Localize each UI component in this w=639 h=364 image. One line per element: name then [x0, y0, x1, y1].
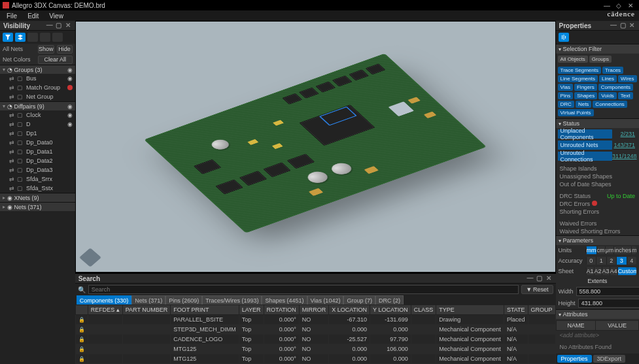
- tree-item[interactable]: ⇄▢Sfda_Srrx: [0, 174, 75, 184]
- segment-option[interactable]: 0: [586, 257, 596, 265]
- hide-button[interactable]: Hide: [57, 45, 73, 54]
- tree-nets-header[interactable]: ▸◉ Nets (371): [0, 202, 75, 211]
- filter-chip[interactable]: Vias: [558, 84, 573, 91]
- tree-item[interactable]: ⇄▢Match Group: [0, 83, 75, 92]
- prop-close-icon[interactable]: ✕: [628, 22, 636, 29]
- panel-min-icon[interactable]: —: [46, 22, 54, 29]
- table-header[interactable]: Y LOCATION: [370, 305, 411, 315]
- table-row[interactable]: 🔒PARALLEL_BSITETop0.000°NO-67.310-131.69…: [75, 315, 555, 325]
- show-button[interactable]: Show: [38, 45, 54, 54]
- height-input[interactable]: [578, 299, 639, 308]
- table-header[interactable]: REFDES ▴: [88, 305, 122, 315]
- search-tab[interactable]: Traces/Wires (1993): [202, 295, 262, 305]
- tree-item[interactable]: ⇄▢Dp_Data1: [0, 147, 75, 156]
- table-header[interactable]: X LOCATION: [329, 305, 370, 315]
- tree-xnets-header[interactable]: ▸◉ XNets (9): [0, 193, 75, 202]
- vis-mode1-icon[interactable]: [27, 33, 38, 42]
- filter-chip[interactable]: Shapes: [574, 92, 597, 99]
- segment-option[interactable]: 3: [616, 257, 626, 265]
- filter-chip[interactable]: DRC: [558, 101, 574, 108]
- attributes-header[interactable]: ▾Attributes: [556, 310, 639, 319]
- table-row[interactable]: 🔒CADENCE_LOGOTop0.000°NO-25.52797.790Mec…: [75, 335, 555, 344]
- filter-chip[interactable]: Lines: [599, 75, 617, 82]
- table-header[interactable]: PART NUMBER: [122, 305, 171, 315]
- search-input[interactable]: [88, 285, 519, 294]
- table-header[interactable]: GROUP: [528, 305, 555, 315]
- panel-dock-icon[interactable]: ▢: [55, 22, 63, 29]
- search-min-icon[interactable]: —: [527, 274, 534, 282]
- table-row[interactable]: 🔒MTG125Top0.000°NO0.000106.000Mechanical…: [75, 344, 555, 354]
- segment-option[interactable]: mils: [631, 246, 636, 254]
- filter-chip[interactable]: Line Segments: [558, 75, 598, 82]
- segment-option[interactable]: A4: [610, 267, 617, 275]
- filter-chip[interactable]: Traces: [602, 67, 623, 74]
- vis-mode3-icon[interactable]: [52, 33, 63, 42]
- segment-option[interactable]: mm: [586, 246, 596, 254]
- tree-item[interactable]: ⇄▢Dp_Data2: [0, 156, 75, 165]
- prop-dock-icon[interactable]: ▢: [619, 22, 627, 29]
- close-button[interactable]: ✕: [625, 2, 636, 9]
- accuracy-segment[interactable]: 01234: [586, 257, 636, 265]
- search-table[interactable]: REFDES ▴PART NUMBERFOOT PRINTLAYERROTATI…: [75, 305, 556, 364]
- view-cube[interactable]: [79, 248, 101, 267]
- filter-chip[interactable]: All Objects: [558, 56, 588, 63]
- segment-option[interactable]: 1: [596, 257, 606, 265]
- filter-chip[interactable]: Virtual Points: [558, 109, 594, 116]
- tree-item[interactable]: ⇄▢Net Group: [0, 92, 75, 101]
- add-attribute[interactable]: <add attribute>: [556, 331, 639, 340]
- vis-layers-icon[interactable]: [15, 33, 26, 42]
- menu-file[interactable]: File: [1, 12, 22, 20]
- table-header[interactable]: CLASS: [411, 305, 436, 315]
- filter-chip[interactable]: Nets: [576, 101, 591, 108]
- search-tab[interactable]: Pins (2609): [165, 295, 202, 305]
- tree-diffpairs-header[interactable]: ▾◔ Diffpairs (9)◉: [0, 101, 75, 110]
- tab-properties[interactable]: Properties: [557, 355, 592, 363]
- tree-item[interactable]: ⇄▢Dp1: [0, 129, 75, 138]
- tree-item[interactable]: ⇄▢D◉: [0, 120, 75, 129]
- filter-chip[interactable]: Text: [618, 92, 633, 99]
- tree-item[interactable]: ⇄▢Bus◉: [0, 74, 75, 83]
- search-tab[interactable]: Shapes (4451): [262, 295, 307, 305]
- table-row[interactable]: 🔒STEP3D_MECH_DIMMTop0.000°NO0.0000.000Me…: [75, 325, 555, 335]
- table-header[interactable]: ROTATION: [264, 305, 299, 315]
- search-tab[interactable]: Nets (371): [131, 295, 165, 305]
- prop-settings-icon[interactable]: [559, 33, 569, 42]
- table-header[interactable]: [75, 305, 88, 315]
- prop-min-icon[interactable]: —: [610, 22, 617, 29]
- segment-option[interactable]: 2: [606, 257, 616, 265]
- table-header[interactable]: MIRROR: [299, 305, 329, 315]
- segment-option[interactable]: A2: [594, 267, 602, 275]
- filter-chip[interactable]: Trace Segments: [558, 67, 601, 74]
- panel-close-icon[interactable]: ✕: [64, 22, 72, 29]
- filter-chip[interactable]: Groups: [589, 56, 612, 63]
- filter-chip[interactable]: Voids: [598, 92, 617, 99]
- table-header[interactable]: STATE: [504, 305, 528, 315]
- segment-option[interactable]: inches: [613, 246, 631, 254]
- clear-all-button[interactable]: Clear All: [38, 56, 73, 64]
- filter-chip[interactable]: Wires: [618, 75, 636, 82]
- units-segment[interactable]: mmcmμminchesmils: [586, 246, 636, 254]
- table-header[interactable]: TYPE: [436, 305, 504, 315]
- reset-button[interactable]: ▼Reset: [521, 285, 553, 294]
- filter-chip[interactable]: Components: [598, 84, 633, 91]
- menu-edit[interactable]: Edit: [22, 12, 44, 20]
- filter-chip[interactable]: Pins: [558, 92, 574, 99]
- minimize-button[interactable]: —: [601, 2, 613, 9]
- parameters-header[interactable]: ▾Parameters: [556, 236, 639, 245]
- table-row[interactable]: 🔒MTG125Top0.000°NO0.0000.000Mechanical C…: [75, 354, 555, 364]
- vis-mode2-icon[interactable]: [40, 33, 50, 42]
- tree-item[interactable]: ⇄▢Clock◉: [0, 110, 75, 120]
- tree-item[interactable]: ⇄▢Dp_Data3: [0, 165, 75, 174]
- segment-option[interactable]: 4: [627, 257, 636, 265]
- menu-view[interactable]: View: [44, 12, 69, 20]
- sheet-segment[interactable]: A1A2A3A4Custom: [586, 267, 636, 275]
- tree-groups-header[interactable]: ▾◔ Groups (3)◉: [0, 65, 75, 74]
- search-tab[interactable]: Group (7): [343, 295, 375, 305]
- table-header[interactable]: LAYER: [239, 305, 264, 315]
- tree-item[interactable]: ⇄▢Sfda_Sstx: [0, 184, 75, 193]
- segment-option[interactable]: cm: [596, 246, 605, 254]
- segment-option[interactable]: Custom: [617, 267, 636, 275]
- vis-filter-icon[interactable]: [3, 33, 13, 42]
- segment-option[interactable]: A1: [586, 267, 594, 275]
- tab-3dexport[interactable]: 3DExport: [593, 355, 626, 363]
